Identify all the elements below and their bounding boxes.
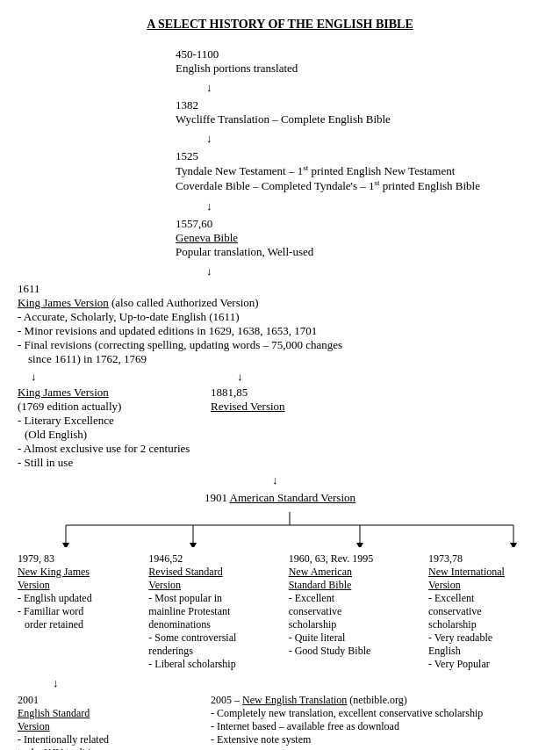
niv-b1: - Excellent (428, 592, 542, 605)
kjv-left-title: King James Version (18, 386, 193, 400)
kjv-left-paren: (1769 edition actually) (18, 400, 193, 414)
section-1901: 1901 American Standard Version (18, 491, 542, 505)
nkjv-b1: - English updated (18, 592, 145, 605)
nasb-b3: scholarship (289, 618, 425, 631)
svg-marker-7 (190, 543, 197, 547)
section-1525: 1525 Tyndale New Testament – 1st printed… (176, 149, 542, 194)
rsv-b1: - Most popular in (148, 592, 284, 605)
year-1611: 1611 (18, 282, 542, 296)
net-b2: - Internet based – available free as dow… (211, 720, 542, 733)
nasb-b2: conservative (289, 605, 425, 618)
main-content: A SELECT HISTORY OF THE ENGLISH BIBLE 45… (13, 18, 547, 750)
rsv-title: Revised StandardVersion (148, 566, 284, 592)
nasb-b4: - Quite literal (289, 631, 425, 645)
arrow1: ↓ (206, 81, 542, 95)
svg-marker-9 (510, 543, 517, 547)
arrow4: ↓ (206, 264, 542, 278)
desc-1382: Wycliffe Translation – Complete English … (176, 112, 542, 126)
year-450: 450-1100 (176, 47, 542, 61)
rsv-b5: renderings (148, 645, 284, 658)
year-1382: 1382 (176, 98, 542, 112)
bottom-section: 2001 English StandardVersion - Intention… (18, 694, 542, 750)
arrow-to-esv: ↓ (53, 676, 542, 690)
niv-b5: English (428, 645, 542, 658)
rsv-year: 1946,52 (148, 552, 284, 566)
kjv-bullet3-cont: since 1611) in 1762, 1769 (28, 352, 542, 366)
nkjv-b2b: order retained (25, 618, 145, 631)
kjv-title: King James Version (also called Authoriz… (18, 296, 542, 310)
esv-b2: to the KJV tradition (18, 746, 193, 750)
desc-1525b: Coverdale Bible – Completed Tyndale's – … (176, 178, 542, 193)
net-b1: - Completely new translation, excellent … (211, 707, 542, 720)
arrow-kjv-left: ↓ (31, 370, 193, 384)
arrow-kjv-right: ↓ (237, 370, 542, 384)
rsv-b3: denominations (148, 618, 284, 631)
niv-year: 1973,78 (428, 552, 542, 566)
arrow-to-1901: ↓ (272, 473, 542, 487)
branch-nkjv: 1979, 83 New King JamesVersion - English… (18, 552, 145, 671)
kjv-bullet1: - Accurate, Scholarly, Up-to-date Englis… (18, 310, 542, 324)
niv-b3: scholarship (428, 618, 542, 631)
rsv-b6: - Liberal scholarship (148, 658, 284, 671)
geneva-bible: Geneva Bible (176, 231, 542, 245)
nkjv-year: 1979, 83 (18, 552, 145, 566)
svg-marker-8 (356, 543, 363, 547)
branch-nasb: 1960, 63, Rev. 1995 New AmericanStandard… (289, 552, 425, 671)
esv-title: English StandardVersion (18, 707, 193, 733)
nasb-year: 1960, 63, Rev. 1995 (289, 552, 425, 566)
section-1382: 1382 Wycliffe Translation – Complete Eng… (176, 98, 542, 126)
net-section: 2005 – New English Translation (netbible… (211, 694, 542, 750)
branch-niv: 1973,78 New InternationalVersion - Excel… (428, 552, 542, 671)
nasb-b1: - Excellent (289, 592, 425, 605)
niv-title: New InternationalVersion (428, 566, 542, 592)
arrow2: ↓ (206, 132, 542, 146)
arrow3: ↓ (206, 199, 542, 213)
rsv-b4: - Some controversial (148, 631, 284, 645)
kjv-bullet3: - Final revisions (correcting spelling, … (18, 338, 542, 352)
net-line1: 2005 – New English Translation (netbible… (211, 694, 542, 707)
desc-1525a: Tyndale New Testament – 1st printed Engl… (176, 163, 542, 178)
year-1525: 1525 (176, 149, 542, 163)
esv-year: 2001 (18, 694, 193, 707)
revised-title: Revised Version (211, 400, 542, 414)
niv-b6: - Very Popular (428, 658, 542, 671)
desc-450: English portions translated (176, 61, 542, 76)
amer-std-title: American Standard Version (230, 491, 355, 504)
niv-b2: conservative (428, 605, 542, 618)
nasb-b5: - Good Study Bible (289, 645, 425, 658)
four-branches: 1979, 83 New King JamesVersion - English… (18, 552, 542, 671)
nkjv-title: New King JamesVersion (18, 566, 145, 592)
net-b3: - Extensive note system (211, 733, 542, 746)
amer-std-year: 1901 (205, 491, 230, 504)
revised-year: 1881,85 (211, 386, 542, 400)
niv-b4: - Very readable (428, 631, 542, 645)
nasb-title: New AmericanStandard Bible (289, 566, 425, 592)
nkjv-b2: - Familiar word (18, 605, 145, 618)
desc-1557: Popular translation, Well-used (176, 245, 542, 259)
kjv-left-b1: - Literary Excellence (18, 414, 193, 428)
kjv-left-b4: - Still in use (18, 456, 193, 470)
kjv-left-b3: - Almost exclusive use for 2 centuries (18, 442, 193, 456)
esv-b1: - Intentionally related (18, 733, 193, 746)
kjv-bullet2: - Minor revisions and updated editions i… (18, 324, 542, 338)
rsv-b2: mainline Protestant (148, 605, 284, 618)
page-title: A SELECT HISTORY OF THE ENGLISH BIBLE (18, 18, 542, 32)
kjv-left-b2: (Old English) (25, 428, 193, 442)
section-1557: 1557,60 Geneva Bible Popular translation… (176, 217, 542, 259)
section-1611: 1611 King James Version (also called Aut… (18, 282, 542, 366)
branch-rsv: 1946,52 Revised StandardVersion - Most p… (148, 552, 284, 671)
year-1557: 1557,60 (176, 217, 542, 231)
kjv-split: ↓ King James Version (1769 edition actua… (18, 370, 542, 470)
kjv-right-branch: ↓ 1881,85 Revised Version (211, 370, 542, 470)
svg-marker-6 (62, 543, 69, 547)
esv-section: 2001 English StandardVersion - Intention… (18, 694, 193, 750)
branch-lines-svg (18, 512, 560, 547)
kjv-left-branch: ↓ King James Version (1769 edition actua… (18, 370, 193, 470)
section-450: 450-1100 English portions translated (176, 47, 542, 76)
